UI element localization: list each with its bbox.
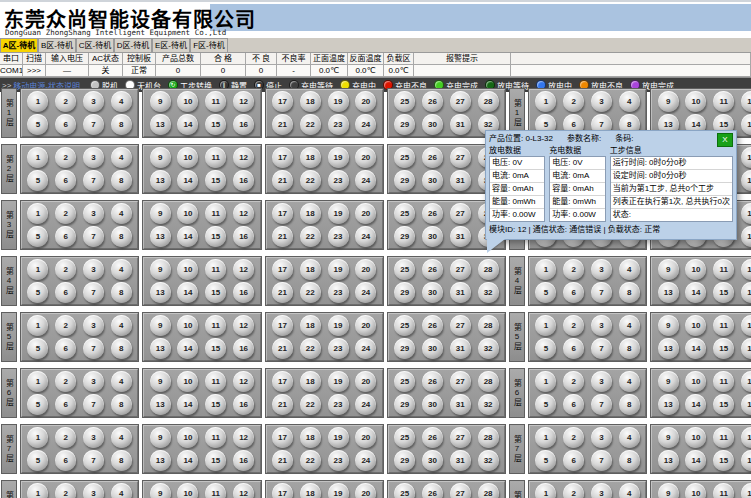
battery-slot[interactable]: 29	[394, 450, 415, 471]
battery-slot[interactable]: 23	[328, 394, 349, 415]
battery-slot[interactable]: 11	[205, 315, 226, 336]
battery-slot[interactable]: 2	[563, 259, 584, 280]
battery-slot[interactable]: 22	[300, 338, 321, 359]
battery-slot[interactable]: 9	[658, 483, 679, 498]
battery-slot[interactable]: 17	[272, 371, 293, 392]
battery-slot[interactable]: 30	[422, 338, 443, 359]
battery-slot[interactable]: 18	[300, 483, 321, 498]
battery-slot[interactable]: 3	[83, 315, 104, 336]
battery-slot[interactable]: 21	[272, 394, 293, 415]
battery-slot[interactable]: 3	[591, 259, 612, 280]
battery-slot[interactable]: 25	[394, 483, 415, 498]
battery-slot[interactable]: 4	[619, 91, 640, 112]
battery-slot[interactable]: 14	[177, 394, 198, 415]
battery-slot[interactable]: 31	[450, 450, 471, 471]
battery-slot[interactable]: 16	[741, 226, 751, 247]
battery-slot[interactable]: 20	[355, 427, 376, 448]
battery-slot[interactable]: 26	[422, 91, 443, 112]
battery-slot[interactable]: 20	[355, 259, 376, 280]
battery-slot[interactable]: 17	[272, 147, 293, 168]
battery-slot[interactable]: 15	[205, 282, 226, 303]
battery-slot[interactable]: 6	[55, 226, 76, 247]
battery-slot[interactable]: 6	[55, 450, 76, 471]
battery-slot[interactable]: 6	[563, 394, 584, 415]
battery-slot[interactable]: 4	[111, 203, 132, 224]
battery-slot[interactable]: 5	[27, 450, 48, 471]
battery-slot[interactable]: 14	[177, 450, 198, 471]
battery-slot[interactable]: 2	[563, 315, 584, 336]
battery-slot[interactable]: 2	[563, 91, 584, 112]
battery-slot[interactable]: 24	[355, 450, 376, 471]
battery-slot[interactable]: 29	[394, 338, 415, 359]
battery-slot[interactable]: 9	[150, 483, 171, 498]
battery-slot[interactable]: 5	[27, 114, 48, 135]
battery-slot[interactable]: 22	[300, 226, 321, 247]
battery-slot[interactable]: 10	[685, 371, 706, 392]
battery-slot[interactable]: 15	[713, 338, 734, 359]
battery-slot[interactable]: 25	[394, 203, 415, 224]
battery-slot[interactable]: 1	[27, 203, 48, 224]
battery-slot[interactable]: 5	[27, 282, 48, 303]
battery-slot[interactable]: 20	[355, 147, 376, 168]
battery-slot[interactable]: 6	[563, 338, 584, 359]
battery-slot[interactable]: 27	[450, 427, 471, 448]
battery-slot[interactable]: 2	[55, 259, 76, 280]
battery-slot[interactable]: 25	[394, 259, 415, 280]
battery-slot[interactable]: 14	[685, 338, 706, 359]
battery-slot[interactable]: 13	[658, 394, 679, 415]
battery-slot[interactable]: 2	[55, 315, 76, 336]
battery-slot[interactable]: 23	[328, 170, 349, 191]
battery-slot[interactable]: 1	[27, 371, 48, 392]
battery-slot[interactable]: 22	[300, 394, 321, 415]
battery-slot[interactable]: 7	[83, 394, 104, 415]
battery-slot[interactable]: 13	[150, 450, 171, 471]
battery-slot[interactable]: 2	[55, 483, 76, 498]
battery-slot[interactable]: 11	[713, 371, 734, 392]
battery-slot[interactable]: 23	[328, 282, 349, 303]
battery-slot[interactable]: 30	[422, 170, 443, 191]
battery-slot[interactable]: 13	[658, 450, 679, 471]
battery-slot[interactable]: 11	[713, 259, 734, 280]
battery-slot[interactable]: 27	[450, 91, 471, 112]
battery-slot[interactable]: 5	[27, 394, 48, 415]
battery-slot[interactable]: 27	[450, 371, 471, 392]
battery-slot[interactable]: 13	[150, 114, 171, 135]
battery-slot[interactable]: 4	[619, 315, 640, 336]
battery-slot[interactable]: 6	[55, 338, 76, 359]
battery-slot[interactable]: 11	[205, 147, 226, 168]
battery-slot[interactable]: 3	[591, 371, 612, 392]
battery-slot[interactable]: 14	[177, 338, 198, 359]
battery-slot[interactable]: 10	[177, 371, 198, 392]
battery-slot[interactable]: 15	[713, 282, 734, 303]
battery-slot[interactable]: 30	[422, 282, 443, 303]
battery-slot[interactable]: 19	[328, 203, 349, 224]
battery-slot[interactable]: 28	[478, 259, 499, 280]
battery-slot[interactable]: 8	[619, 394, 640, 415]
battery-slot[interactable]: 12	[741, 91, 751, 112]
battery-slot[interactable]: 9	[150, 315, 171, 336]
battery-slot[interactable]: 32	[478, 338, 499, 359]
battery-slot[interactable]: 14	[177, 282, 198, 303]
battery-slot[interactable]: 7	[83, 114, 104, 135]
battery-slot[interactable]: 10	[685, 91, 706, 112]
battery-slot[interactable]: 31	[450, 114, 471, 135]
battery-slot[interactable]: 24	[355, 170, 376, 191]
battery-slot[interactable]: 2	[563, 483, 584, 498]
battery-slot[interactable]: 18	[300, 427, 321, 448]
battery-slot[interactable]: 8	[619, 450, 640, 471]
battery-slot[interactable]: 4	[619, 259, 640, 280]
battery-slot[interactable]: 32	[478, 394, 499, 415]
battery-slot[interactable]: 23	[328, 450, 349, 471]
battery-slot[interactable]: 4	[111, 427, 132, 448]
battery-slot[interactable]: 10	[685, 483, 706, 498]
battery-slot[interactable]: 15	[205, 338, 226, 359]
battery-slot[interactable]: 10	[177, 91, 198, 112]
battery-slot[interactable]: 7	[591, 338, 612, 359]
battery-slot[interactable]: 8	[111, 282, 132, 303]
battery-slot[interactable]: 14	[685, 450, 706, 471]
battery-slot[interactable]: 3	[83, 483, 104, 498]
battery-slot[interactable]: 11	[205, 371, 226, 392]
battery-slot[interactable]: 7	[83, 450, 104, 471]
battery-slot[interactable]: 15	[205, 226, 226, 247]
battery-slot[interactable]: 17	[272, 91, 293, 112]
